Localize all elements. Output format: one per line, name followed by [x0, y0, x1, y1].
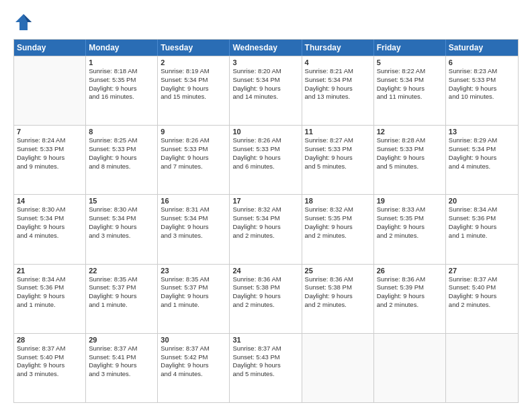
day-cell-2: 2Sunrise: 8:19 AM Sunset: 5:34 PM Daylig… — [158, 56, 230, 125]
day-number: 27 — [449, 267, 515, 275]
day-number: 18 — [305, 197, 371, 205]
weekday-header-friday: Friday — [374, 40, 446, 56]
day-cell-29: 29Sunrise: 8:37 AM Sunset: 5:41 PM Dayli… — [86, 334, 158, 402]
day-info: Sunrise: 8:35 AM Sunset: 5:37 PM Dayligh… — [161, 275, 226, 310]
day-info: Sunrise: 8:29 AM Sunset: 5:34 PM Dayligh… — [449, 136, 515, 171]
calendar-row-2: 14Sunrise: 8:30 AM Sunset: 5:34 PM Dayli… — [14, 194, 518, 263]
day-cell-9: 9Sunrise: 8:26 AM Sunset: 5:33 PM Daylig… — [158, 126, 230, 194]
day-info: Sunrise: 8:37 AM Sunset: 5:40 PM Dayligh… — [449, 275, 515, 310]
day-number: 10 — [232, 128, 298, 136]
day-cell-26: 26Sunrise: 8:36 AM Sunset: 5:39 PM Dayli… — [374, 265, 446, 333]
day-cell-14: 14Sunrise: 8:30 AM Sunset: 5:34 PM Dayli… — [14, 195, 86, 263]
day-info: Sunrise: 8:37 AM Sunset: 5:42 PM Dayligh… — [161, 345, 226, 379]
day-number: 11 — [305, 128, 371, 136]
weekday-header-wednesday: Wednesday — [230, 40, 302, 56]
calendar-row-0: 1Sunrise: 8:18 AM Sunset: 5:35 PM Daylig… — [14, 56, 518, 125]
day-cell-17: 17Sunrise: 8:32 AM Sunset: 5:34 PM Dayli… — [230, 195, 302, 263]
day-number: 7 — [17, 128, 83, 136]
day-info: Sunrise: 8:24 AM Sunset: 5:33 PM Dayligh… — [17, 136, 83, 171]
day-info: Sunrise: 8:32 AM Sunset: 5:35 PM Dayligh… — [305, 205, 371, 240]
empty-cell-4-4 — [302, 334, 374, 402]
weekday-header-monday: Monday — [86, 40, 158, 56]
day-cell-10: 10Sunrise: 8:26 AM Sunset: 5:33 PM Dayli… — [230, 126, 302, 194]
day-number: 25 — [305, 267, 371, 275]
day-cell-30: 30Sunrise: 8:37 AM Sunset: 5:42 PM Dayli… — [158, 334, 230, 402]
day-info: Sunrise: 8:35 AM Sunset: 5:37 PM Dayligh… — [89, 275, 154, 310]
day-info: Sunrise: 8:21 AM Sunset: 5:34 PM Dayligh… — [305, 67, 371, 101]
weekday-header-tuesday: Tuesday — [158, 40, 230, 56]
day-number: 22 — [89, 267, 154, 275]
day-number: 17 — [232, 197, 298, 205]
day-number: 26 — [377, 267, 443, 275]
day-cell-4: 4Sunrise: 8:21 AM Sunset: 5:34 PM Daylig… — [302, 56, 374, 125]
day-cell-8: 8Sunrise: 8:25 AM Sunset: 5:33 PM Daylig… — [86, 126, 158, 194]
day-cell-24: 24Sunrise: 8:36 AM Sunset: 5:38 PM Dayli… — [230, 265, 302, 333]
day-info: Sunrise: 8:37 AM Sunset: 5:43 PM Dayligh… — [232, 345, 298, 379]
weekday-header-sunday: Sunday — [14, 40, 86, 56]
day-cell-7: 7Sunrise: 8:24 AM Sunset: 5:33 PM Daylig… — [14, 126, 86, 194]
logo-icon — [13, 12, 34, 32]
day-number: 15 — [89, 197, 154, 205]
day-info: Sunrise: 8:28 AM Sunset: 5:33 PM Dayligh… — [377, 136, 443, 171]
day-info: Sunrise: 8:26 AM Sunset: 5:33 PM Dayligh… — [232, 136, 298, 171]
logo — [13, 12, 36, 32]
day-number: 6 — [449, 58, 515, 66]
day-number: 16 — [161, 197, 226, 205]
day-info: Sunrise: 8:30 AM Sunset: 5:34 PM Dayligh… — [89, 205, 154, 240]
day-number: 13 — [449, 128, 515, 136]
day-cell-28: 28Sunrise: 8:37 AM Sunset: 5:40 PM Dayli… — [14, 334, 86, 402]
day-cell-1: 1Sunrise: 8:18 AM Sunset: 5:35 PM Daylig… — [86, 56, 158, 125]
day-number: 2 — [161, 58, 226, 66]
day-number: 28 — [17, 336, 83, 344]
day-info: Sunrise: 8:36 AM Sunset: 5:38 PM Dayligh… — [305, 275, 371, 310]
day-info: Sunrise: 8:37 AM Sunset: 5:41 PM Dayligh… — [89, 345, 154, 379]
page: SundayMondayTuesdayWednesdayThursdayFrid… — [0, 0, 532, 411]
day-number: 29 — [89, 336, 154, 344]
day-cell-31: 31Sunrise: 8:37 AM Sunset: 5:43 PM Dayli… — [230, 334, 302, 402]
day-cell-25: 25Sunrise: 8:36 AM Sunset: 5:38 PM Dayli… — [302, 265, 374, 333]
day-info: Sunrise: 8:26 AM Sunset: 5:33 PM Dayligh… — [161, 136, 226, 171]
day-number: 8 — [89, 128, 154, 136]
day-number: 20 — [449, 197, 515, 205]
day-number: 14 — [17, 197, 83, 205]
day-cell-15: 15Sunrise: 8:30 AM Sunset: 5:34 PM Dayli… — [86, 195, 158, 263]
weekday-header-thursday: Thursday — [302, 40, 374, 56]
day-info: Sunrise: 8:30 AM Sunset: 5:34 PM Dayligh… — [17, 205, 83, 240]
calendar-row-4: 28Sunrise: 8:37 AM Sunset: 5:40 PM Dayli… — [14, 333, 518, 402]
day-info: Sunrise: 8:34 AM Sunset: 5:36 PM Dayligh… — [17, 275, 83, 310]
day-number: 21 — [17, 267, 83, 275]
calendar-row-1: 7Sunrise: 8:24 AM Sunset: 5:33 PM Daylig… — [14, 125, 518, 194]
day-info: Sunrise: 8:23 AM Sunset: 5:33 PM Dayligh… — [449, 67, 515, 101]
calendar-row-3: 21Sunrise: 8:34 AM Sunset: 5:36 PM Dayli… — [14, 264, 518, 333]
day-cell-23: 23Sunrise: 8:35 AM Sunset: 5:37 PM Dayli… — [158, 265, 230, 333]
day-number: 31 — [232, 336, 298, 344]
day-info: Sunrise: 8:36 AM Sunset: 5:38 PM Dayligh… — [232, 275, 298, 310]
day-number: 3 — [232, 58, 298, 66]
day-info: Sunrise: 8:36 AM Sunset: 5:39 PM Dayligh… — [377, 275, 443, 310]
day-number: 30 — [161, 336, 226, 344]
day-info: Sunrise: 8:31 AM Sunset: 5:34 PM Dayligh… — [161, 205, 226, 240]
day-number: 23 — [161, 267, 226, 275]
empty-cell-4-5 — [374, 334, 446, 402]
day-cell-13: 13Sunrise: 8:29 AM Sunset: 5:34 PM Dayli… — [446, 126, 518, 194]
day-info: Sunrise: 8:22 AM Sunset: 5:34 PM Dayligh… — [377, 67, 443, 101]
day-number: 24 — [232, 267, 298, 275]
day-cell-27: 27Sunrise: 8:37 AM Sunset: 5:40 PM Dayli… — [446, 265, 518, 333]
day-cell-22: 22Sunrise: 8:35 AM Sunset: 5:37 PM Dayli… — [86, 265, 158, 333]
header — [13, 12, 519, 32]
day-number: 5 — [377, 58, 443, 66]
day-cell-20: 20Sunrise: 8:34 AM Sunset: 5:36 PM Dayli… — [446, 195, 518, 263]
day-number: 19 — [377, 197, 443, 205]
day-number: 12 — [377, 128, 443, 136]
empty-cell-4-6 — [446, 334, 518, 402]
day-info: Sunrise: 8:32 AM Sunset: 5:34 PM Dayligh… — [232, 205, 298, 240]
day-info: Sunrise: 8:20 AM Sunset: 5:34 PM Dayligh… — [232, 67, 298, 101]
calendar-header: SundayMondayTuesdayWednesdayThursdayFrid… — [14, 40, 518, 56]
day-info: Sunrise: 8:34 AM Sunset: 5:36 PM Dayligh… — [449, 205, 515, 240]
day-cell-12: 12Sunrise: 8:28 AM Sunset: 5:33 PM Dayli… — [374, 126, 446, 194]
day-cell-21: 21Sunrise: 8:34 AM Sunset: 5:36 PM Dayli… — [14, 265, 86, 333]
day-number: 9 — [161, 128, 226, 136]
calendar-body: 1Sunrise: 8:18 AM Sunset: 5:35 PM Daylig… — [14, 56, 518, 402]
day-cell-6: 6Sunrise: 8:23 AM Sunset: 5:33 PM Daylig… — [446, 56, 518, 125]
day-cell-3: 3Sunrise: 8:20 AM Sunset: 5:34 PM Daylig… — [230, 56, 302, 125]
